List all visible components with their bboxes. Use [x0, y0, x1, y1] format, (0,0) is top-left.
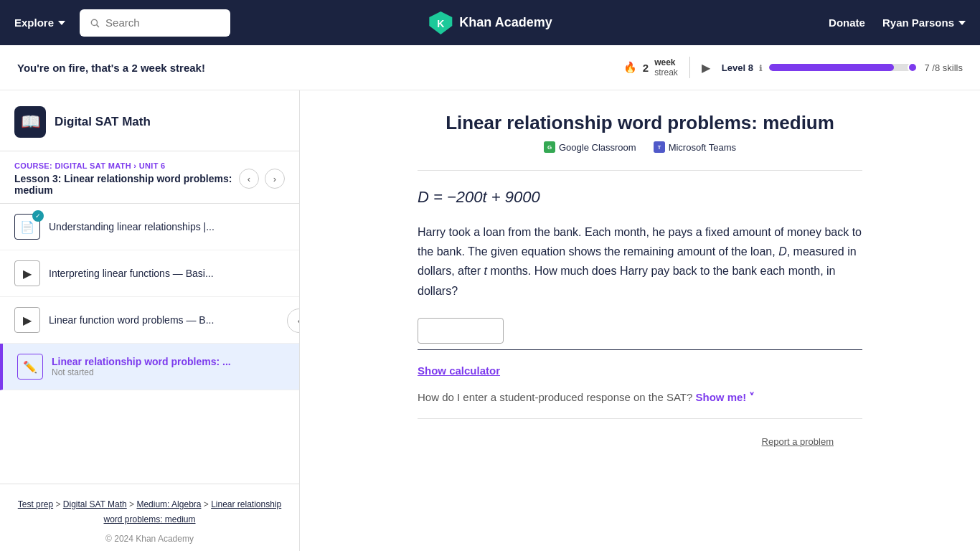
level-skills: 7 /8 skills: [925, 62, 963, 73]
level-label: Level 8 ℹ: [722, 62, 762, 73]
level-progress-bar: [769, 64, 913, 71]
streak-unit-block: week streak: [654, 57, 678, 77]
microsoft-teams-link[interactable]: T Microsoft Teams: [654, 141, 736, 153]
streak-count: 2: [643, 62, 649, 74]
equation-display: D = −200t + 9000: [418, 188, 862, 207]
main-layout: 📖 Digital SAT Math COURSE: DIGITAL SAT M…: [0, 90, 980, 551]
google-classroom-label: Google Classroom: [559, 142, 636, 153]
sidebar-item-icon-understanding: 📄 ✓: [14, 214, 40, 240]
sidebar-breadcrumb-block: COURSE: DIGITAL SAT MATH › UNIT 6 Lesson…: [14, 161, 239, 196]
search-box: [80, 9, 230, 37]
content-share-links: G Google Classroom T Microsoft Teams: [418, 141, 862, 153]
content-area: Linear relationship word problems: mediu…: [300, 90, 980, 551]
level-bar-fill: [769, 64, 894, 71]
sidebar-item-block-active: Linear relationship word problems: ... N…: [52, 356, 231, 377]
svg-text:T: T: [657, 144, 661, 151]
sidebar-item-label-active: Linear relationship word problems: ...: [52, 356, 231, 367]
footer-link-test-prep[interactable]: Test prep: [18, 499, 53, 509]
sidebar-header: 📖 Digital SAT Math: [0, 90, 299, 151]
content-divider: [418, 170, 862, 171]
streak-right: 🔥 2 week streak ▶ Level 8 ℹ 7 /8 skills: [623, 57, 963, 78]
streak-sub: streak: [654, 67, 678, 77]
navbar: Explore K Khan Academy Donate Ryan Parso…: [0, 0, 980, 45]
svg-point-0: [91, 19, 97, 25]
search-input[interactable]: [105, 17, 220, 29]
sidebar-item-icon-linear-function: ▶: [14, 307, 40, 333]
google-classroom-icon: G: [544, 141, 555, 153]
explore-label: Explore: [14, 17, 54, 29]
sidebar-item-linear-function[interactable]: ▶ Linear function word problems — B...: [0, 297, 299, 344]
user-menu[interactable]: Ryan Parsons: [882, 17, 966, 29]
svg-text:K: K: [437, 18, 444, 29]
streak-bar: You're on fire, that's a 2 week streak! …: [0, 45, 980, 90]
sidebar-course-icon: 📖: [14, 106, 46, 138]
navbar-logo-text: Khan Academy: [459, 15, 552, 30]
level-play-icon[interactable]: ▶: [702, 61, 710, 75]
content-divider-2: [418, 418, 862, 419]
navbar-right: Donate Ryan Parsons: [829, 17, 966, 29]
donate-button[interactable]: Donate: [829, 17, 865, 29]
streak-divider: [689, 57, 690, 78]
content-inner: Linear relationship word problems: mediu…: [389, 90, 891, 551]
sidebar-item-understanding[interactable]: 📄 ✓ Understanding linear relationships |…: [0, 204, 299, 250]
sidebar-copyright: © 2024 Khan Academy: [14, 534, 285, 544]
problem-text: Harry took a loan from the bank. Each mo…: [418, 222, 862, 301]
completed-badge: ✓: [32, 210, 44, 222]
sidebar-item-icon-interpreting: ▶: [14, 260, 40, 286]
streak-message: You're on fire, that's a 2 week streak!: [17, 62, 205, 74]
footer-link-medium-algebra[interactable]: Medium: Algebra: [136, 499, 201, 509]
sidebar-lesson-title: Lesson 3: Linear relationship word probl…: [14, 173, 239, 196]
level-dot: [908, 62, 918, 72]
sidebar-items-list: 📄 ✓ Understanding linear relationships |…: [0, 204, 299, 484]
sidebar-item-label-interpreting: Interpreting linear functions — Basi...: [49, 268, 285, 279]
sidebar: 📖 Digital SAT Math COURSE: DIGITAL SAT M…: [0, 90, 300, 551]
answer-underline: [418, 349, 862, 350]
sat-hint: How do I enter a student-produced respon…: [418, 391, 862, 404]
answer-input[interactable]: [418, 318, 504, 344]
sidebar-item-label-linear-function: Linear function word problems — B...: [49, 314, 285, 326]
sidebar-nav-arrows: ‹ ›: [239, 169, 285, 189]
sat-hint-text: How do I enter a student-produced respon…: [418, 391, 692, 403]
sidebar-breadcrumb-text: COURSE: DIGITAL SAT MATH › UNIT 6: [14, 161, 239, 170]
sidebar-course-title: Digital SAT Math: [55, 115, 151, 129]
navbar-logo: K Khan Academy: [428, 10, 552, 36]
explore-button[interactable]: Explore: [14, 17, 65, 29]
sidebar-item-sub-active: Not started: [52, 367, 231, 377]
show-me-link[interactable]: Show me! ˅: [695, 391, 755, 403]
svg-text:G: G: [547, 144, 552, 151]
sidebar-prev-arrow[interactable]: ‹: [239, 169, 259, 189]
sidebar-item-interpreting[interactable]: ▶ Interpreting linear functions — Basi..…: [0, 250, 299, 297]
problem-title: Linear relationship word problems: mediu…: [418, 112, 862, 134]
sidebar-footer: Test prep > Digital SAT Math > Medium: A…: [0, 484, 299, 551]
microsoft-teams-label: Microsoft Teams: [669, 142, 736, 153]
sidebar-footer-links: Test prep > Digital SAT Math > Medium: A…: [14, 497, 285, 527]
microsoft-teams-icon: T: [654, 141, 665, 153]
google-classroom-link[interactable]: G Google Classroom: [544, 141, 636, 153]
streak-fire: 🔥 2 week streak: [623, 57, 678, 77]
streak-unit: week: [654, 57, 678, 67]
report-problem-link[interactable]: Report a problem: [418, 436, 862, 447]
sidebar-item-word-problems-active[interactable]: ✏️ Linear relationship word problems: ..…: [0, 344, 299, 390]
level-info-icon: ℹ: [759, 64, 762, 72]
search-icon: [90, 17, 100, 29]
khan-academy-logo-icon: K: [428, 10, 453, 36]
user-name: Ryan Parsons: [882, 17, 954, 29]
sidebar-item-icon-word-problems: ✏️: [17, 354, 43, 380]
show-calculator-link[interactable]: Show calculator: [418, 364, 500, 377]
sidebar-next-arrow[interactable]: ›: [265, 169, 285, 189]
level-bar-area: [769, 62, 918, 72]
svg-line-1: [97, 24, 99, 27]
footer-link-digital-sat[interactable]: Digital SAT Math: [63, 499, 127, 509]
level-area: Level 8 ℹ 7 /8 skills: [722, 62, 963, 73]
sidebar-breadcrumb-area: COURSE: DIGITAL SAT MATH › UNIT 6 Lesson…: [0, 151, 299, 204]
chevron-down-icon: [958, 21, 966, 25]
fire-emoji: 🔥: [623, 61, 637, 74]
sidebar-item-label-understanding: Understanding linear relationships |...: [49, 221, 285, 232]
